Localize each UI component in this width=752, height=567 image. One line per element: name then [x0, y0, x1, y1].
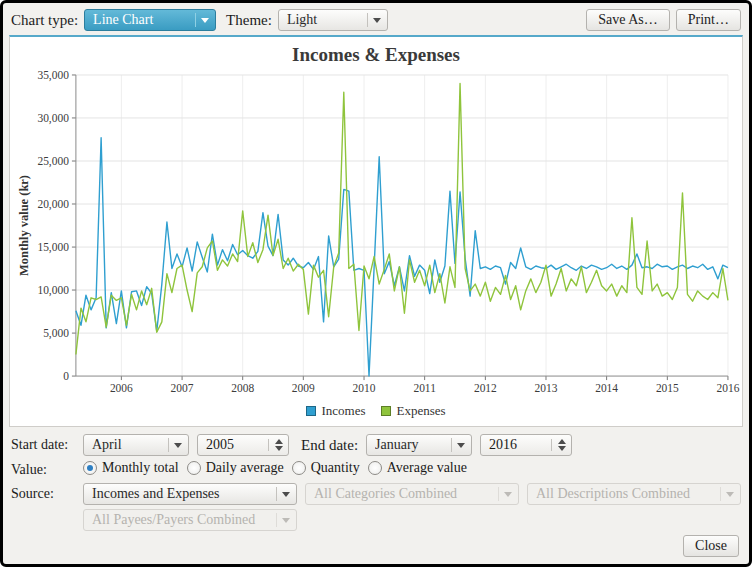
- close-button[interactable]: Close: [683, 535, 739, 557]
- spin-up-icon[interactable]: [275, 439, 283, 444]
- descriptions-select: All Descriptions Combined: [527, 483, 741, 505]
- spinner-arrows[interactable]: [551, 439, 566, 451]
- svg-text:2006: 2006: [110, 382, 133, 394]
- svg-text:5,000: 5,000: [43, 327, 69, 340]
- svg-text:10,000: 10,000: [37, 284, 69, 297]
- chevron-down-icon: [282, 518, 290, 523]
- categories-value: All Categories Combined: [314, 486, 488, 502]
- combo-separator: [276, 513, 277, 527]
- spin-down-icon[interactable]: [558, 446, 566, 451]
- legend-item: Expenses: [381, 403, 445, 419]
- value-radio-group: Monthly totalDaily averageQuantityAverag…: [83, 460, 475, 479]
- chevron-down-icon: [373, 18, 381, 23]
- spinner-arrows[interactable]: [268, 439, 283, 451]
- svg-text:2012: 2012: [474, 382, 497, 394]
- radio-daily-average[interactable]: Daily average: [187, 460, 284, 476]
- line-chart: 2006200720082009201020112012201320142015…: [10, 67, 742, 402]
- start-year-spinner[interactable]: 2005: [197, 434, 289, 456]
- radio-icon: [83, 461, 97, 475]
- end-month-value: January: [375, 437, 441, 453]
- save-as-button[interactable]: Save As…: [586, 9, 670, 31]
- radio-icon: [368, 461, 382, 475]
- chevron-down-icon: [726, 492, 734, 497]
- theme-select[interactable]: Light: [278, 9, 388, 31]
- radio-average-value[interactable]: Average value: [368, 460, 467, 476]
- chart-svg: 2006200720082009201020112012201320142015…: [12, 67, 740, 402]
- chart-controls: Start date: April 2005 End date: January: [3, 427, 749, 531]
- spin-down-icon[interactable]: [275, 446, 283, 451]
- chart-dialog: Chart type: Line Chart Theme: Light Save…: [0, 0, 752, 567]
- chart-legend: IncomesExpenses: [10, 402, 742, 426]
- descriptions-value: All Descriptions Combined: [536, 486, 710, 502]
- spin-up-icon[interactable]: [558, 439, 566, 444]
- payees-value: All Payees/Payers Combined: [92, 512, 266, 528]
- combo-separator: [195, 13, 196, 27]
- theme-label: Theme:: [226, 12, 272, 29]
- svg-text:0: 0: [63, 370, 69, 382]
- svg-text:2015: 2015: [656, 382, 679, 394]
- start-date-label: Start date:: [11, 437, 75, 453]
- svg-text:35,000: 35,000: [37, 69, 69, 82]
- payees-select: All Payees/Payers Combined: [83, 509, 297, 531]
- chart-type-select[interactable]: Line Chart: [84, 9, 216, 31]
- legend-swatch-icon: [306, 406, 316, 416]
- start-month-select[interactable]: April: [83, 434, 189, 456]
- legend-item: Incomes: [306, 403, 365, 419]
- svg-text:15,000: 15,000: [37, 241, 69, 254]
- end-date-label: End date:: [301, 437, 358, 454]
- radio-label: Monthly total: [102, 460, 179, 476]
- chart-panel: Incomes & Expenses 200620072008200920102…: [9, 35, 743, 427]
- radio-label: Quantity: [311, 460, 360, 476]
- radio-monthly-total[interactable]: Monthly total: [83, 460, 179, 476]
- chevron-down-icon: [504, 492, 512, 497]
- date-range-row: Start date: April 2005 End date: January: [11, 434, 741, 456]
- radio-quantity[interactable]: Quantity: [292, 460, 360, 476]
- svg-text:2013: 2013: [535, 382, 558, 394]
- value-row: Value: Monthly totalDaily averageQuantit…: [11, 460, 741, 479]
- svg-text:20,000: 20,000: [37, 198, 69, 211]
- radio-label: Daily average: [206, 460, 284, 476]
- categories-select: All Categories Combined: [305, 483, 519, 505]
- end-year-value: 2016: [489, 437, 551, 453]
- chart-title: Incomes & Expenses: [10, 37, 742, 67]
- end-month-select[interactable]: January: [366, 434, 472, 456]
- radio-icon: [187, 461, 201, 475]
- source-select[interactable]: Incomes and Expenses: [83, 483, 297, 505]
- radio-icon: [292, 461, 306, 475]
- svg-text:30,000: 30,000: [37, 112, 69, 125]
- radio-label: Average value: [387, 460, 467, 476]
- source-row: Source: Incomes and Expenses All Categor…: [11, 483, 741, 505]
- print-button[interactable]: Print…: [676, 9, 741, 31]
- svg-text:25,000: 25,000: [37, 155, 69, 168]
- combo-separator: [451, 438, 452, 452]
- svg-text:2007: 2007: [171, 382, 194, 394]
- chart-type-label: Chart type:: [11, 12, 78, 29]
- combo-separator: [498, 487, 499, 501]
- dialog-footer: Close: [3, 532, 749, 564]
- toolbar: Chart type: Line Chart Theme: Light Save…: [3, 3, 749, 35]
- combo-separator: [276, 487, 277, 501]
- legend-label: Incomes: [321, 403, 365, 419]
- svg-text:2014: 2014: [595, 382, 618, 394]
- chevron-down-icon: [174, 443, 182, 448]
- source-value: Incomes and Expenses: [92, 486, 266, 502]
- start-year-value: 2005: [206, 437, 268, 453]
- legend-label: Expenses: [396, 403, 445, 419]
- legend-swatch-icon: [381, 406, 391, 416]
- source-label: Source:: [11, 486, 75, 502]
- svg-text:2016: 2016: [716, 382, 739, 394]
- combo-separator: [168, 438, 169, 452]
- svg-text:2011: 2011: [413, 382, 436, 394]
- chart-type-value: Line Chart: [93, 12, 185, 28]
- chevron-down-icon: [201, 18, 209, 23]
- theme-value: Light: [287, 12, 357, 28]
- start-month-value: April: [92, 437, 158, 453]
- chevron-down-icon: [282, 492, 290, 497]
- combo-separator: [720, 487, 721, 501]
- end-year-spinner[interactable]: 2016: [480, 434, 572, 456]
- chevron-down-icon: [457, 443, 465, 448]
- svg-text:2008: 2008: [231, 382, 254, 394]
- svg-text:2010: 2010: [353, 382, 376, 394]
- payees-row: All Payees/Payers Combined: [11, 509, 741, 531]
- svg-text:Monthly value (kr): Monthly value (kr): [17, 175, 31, 276]
